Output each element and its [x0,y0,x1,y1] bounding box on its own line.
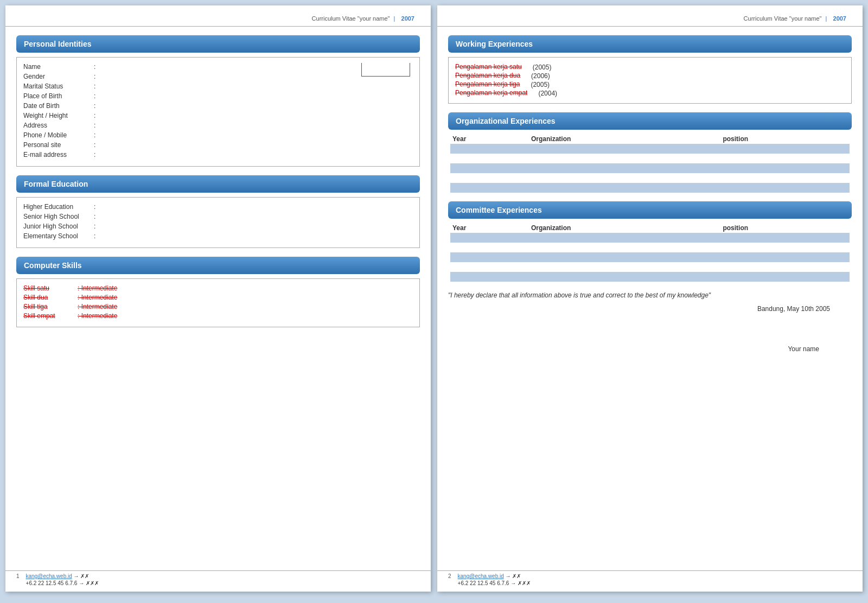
page-2-footer: 2 kang@echa.web.id → ✗✗ +6.2 22 12.5 45 … [437,570,863,586]
footer-content-1: kang@echa.web.id → ✗✗ +6.2 22 12.5 45 6.… [26,573,99,586]
working-section-header: Working Experiences [448,35,852,53]
personal-section-header: Personal Identities [16,35,420,53]
page-1-title: Curriculum Vitae "your name" [312,15,390,22]
field-higher-edu: Higher Education : [23,203,413,211]
org-header-row: Year Organization position [450,134,850,144]
skill-row-2: Skill dua : Intermediate [23,294,413,301]
org-col-year: Year [450,134,529,144]
field-phone: Phone / Mobile : [23,131,413,139]
field-place-birth: Place of Birth : [23,92,413,100]
personal-section: Personal Identities Picture Here Name : … [16,35,420,167]
signature-date: Bandung, May 10th 2005 [437,305,830,313]
field-personal-site: Personal site : [23,141,413,149]
page-2-separator: | [824,15,829,22]
footer-phone-row-1: +6.2 22 12.5 45 6.7.6 → ✗✗✗ [26,580,99,586]
committee-section-header: Committee Experiences [448,201,852,219]
committee-header-row: Year Organization position [450,223,850,233]
field-senior-high: Senior High School : [23,213,413,220]
working-exp-2: Pengalaman kerja dua (2006) [455,72,845,80]
personal-section-content: Picture Here Name : Gender : Marital Sta… [16,57,420,167]
footer-link-1[interactable]: kang@echa.web.id [26,573,72,579]
committee-row-4 [450,262,850,272]
committee-table-wrapper: Year Organization position [448,223,852,282]
pages-container: Curriculum Vitae "your name" | 2007 Pers… [5,5,863,592]
footer-phone-2: +6.2 22 12.5 45 6.7.6 → ✗✗✗ [458,580,531,586]
skills-section-header: Computer Skills [16,257,420,274]
skill-row-3: Skill tiga : Intermediate [23,303,413,310]
field-date-birth: Date of Birth : [23,102,413,110]
education-section-content: Higher Education : Senior High School : … [16,197,420,248]
field-weight-height: Weight / Height : [23,112,413,119]
field-elementary: Elementary School : [23,232,413,240]
working-section-content: Pengalaman kerja satu (2005) Pengalaman … [448,57,852,104]
org-row-4 [450,173,850,183]
footer-link-2[interactable]: kang@echa.web.id [458,573,504,579]
committee-col-year: Year [450,223,529,233]
education-section: Formal Education Higher Education : Seni… [16,175,420,248]
field-junior-high: Junior High School : [23,223,413,230]
page-2-year: 2007 [833,15,846,22]
committee-col-org: Organization [529,223,720,233]
picture-box: Picture Here [361,63,410,77]
org-row-3 [450,163,850,173]
field-address: Address : [23,122,413,129]
declaration-text: "I hereby declare that all information a… [448,290,852,301]
committee-row-3 [450,252,850,262]
skill-row-1: Skill satu : Intermediate [23,284,413,292]
organizational-section: Organizational Experiences Year Organiza… [448,112,852,193]
page-1-separator: | [392,15,397,22]
org-col-org: Organization [529,134,720,144]
org-row-1 [450,144,850,154]
page-1: Curriculum Vitae "your name" | 2007 Pers… [5,5,431,592]
footer-link-row-2: kang@echa.web.id → ✗✗ [458,573,531,579]
working-section: Working Experiences Pengalaman kerja sat… [448,35,852,104]
working-exp-3: Pengalaman kerja tiga (2005) [455,80,845,89]
education-section-header: Formal Education [16,175,420,193]
working-exp-1: Pengalaman kerja satu (2005) [455,63,845,72]
footer-content-2: kang@echa.web.id → ✗✗ +6.2 22 12.5 45 6.… [458,573,531,586]
committee-col-pos: position [720,223,850,233]
working-exp-4: Pengalaman kerja empat (2004) [455,89,845,98]
org-col-pos: position [720,134,850,144]
committee-row-2 [450,243,850,252]
page-2-title: Curriculum Vitae "your name" [744,15,822,22]
skill-row-4: Skill empat : Intermediate [23,312,413,320]
org-table-wrapper: Year Organization position [448,134,852,193]
committee-table: Year Organization position [450,223,850,282]
committee-section: Committee Experiences Year Organization … [448,201,852,282]
footer-phone-1: +6.2 22 12.5 45 6.7.6 → ✗✗✗ [26,580,99,586]
footer-link-row-1: kang@echa.web.id → ✗✗ [26,573,99,579]
org-table: Year Organization position [450,134,850,193]
page-1-header: Curriculum Vitae "your name" | 2007 [5,5,431,27]
field-name: Name : [23,63,361,71]
org-row-5 [450,183,850,193]
footer-arrows-2: → ✗✗ [506,573,521,579]
signature-name: Your name [437,345,819,353]
page-2: Curriculum Vitae "your name" | 2007 Work… [437,5,863,592]
page-2-header: Curriculum Vitae "your name" | 2007 [437,5,863,27]
personal-content: Picture Here Name : Gender : Marital Sta… [23,63,413,161]
footer-phone-row-2: +6.2 22 12.5 45 6.7.6 → ✗✗✗ [458,580,531,586]
skills-section-content: Skill satu : Intermediate Skill dua : In… [16,278,420,327]
page-1-year: 2007 [401,15,414,22]
organizational-section-header: Organizational Experiences [448,112,852,130]
committee-row-1 [450,233,850,243]
page-1-footer: 1 kang@echa.web.id → ✗✗ +6.2 22 12.5 45 … [5,570,431,586]
org-row-2 [450,154,850,163]
field-marital: Marital Status : [23,82,413,90]
field-gender: Gender : [23,73,361,80]
footer-arrows-1: → ✗✗ [74,573,90,579]
skills-section: Computer Skills Skill satu : Intermediat… [16,257,420,327]
committee-row-5 [450,272,850,282]
field-email: E-mail address : [23,151,413,158]
